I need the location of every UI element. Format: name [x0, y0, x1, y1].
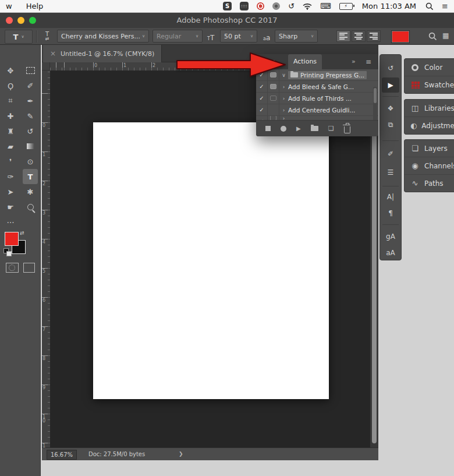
workspace-switcher-icon[interactable]: ▦: [442, 31, 449, 40]
stop-button[interactable]: [265, 126, 271, 131]
font-family-select[interactable]: Cherry and Kisses Pers... ∨: [57, 30, 149, 43]
collapsed-chevron-icon[interactable]: ›: [279, 96, 288, 101]
character-panel-icon[interactable]: A|: [380, 189, 401, 204]
notification-center-icon[interactable]: ≡: [442, 2, 448, 10]
keyboard-icon[interactable]: ⌨: [320, 2, 331, 10]
quick-mask-button[interactable]: [6, 263, 19, 273]
camera-app-icon[interactable]: [272, 2, 280, 10]
zoom-tool[interactable]: [23, 199, 38, 214]
glyphs-panel-icon[interactable]: gA: [380, 229, 401, 244]
rectangular-marquee-tool[interactable]: [23, 63, 38, 78]
delete-button[interactable]: [344, 126, 350, 133]
blur-tool[interactable]: ❜: [3, 154, 18, 169]
app-menu-partial[interactable]: w: [6, 2, 12, 10]
type-color-swatch[interactable]: [391, 30, 410, 43]
actions-panel-icon[interactable]: ▶: [382, 77, 399, 93]
document-tab[interactable]: × Untitled-1 @ 16.7% (CMYK/8): [43, 45, 162, 62]
character-styles-panel-icon[interactable]: aA: [380, 245, 401, 260]
font-style-select[interactable]: Regular ∨: [152, 30, 203, 43]
selected-action-set[interactable]: Printing Prepress G...: [288, 71, 367, 79]
action-row[interactable]: ✓ › Add Bleed & Safe G...: [256, 81, 378, 93]
clone-stamp-tool[interactable]: ♜: [3, 124, 18, 139]
type-tool[interactable]: T: [23, 169, 38, 184]
clone-source-panel-icon[interactable]: ⧉: [380, 117, 401, 132]
search-icon[interactable]: [428, 32, 437, 41]
edit-toolbar-button[interactable]: ⋯: [3, 214, 18, 230]
text-orientation-toggle[interactable]: T ⇄: [41, 30, 54, 43]
skype-icon[interactable]: S: [223, 2, 232, 10]
path-selection-tool[interactable]: ➤: [3, 184, 18, 199]
zoom-level-field[interactable]: 16.67%: [47, 450, 77, 460]
history-brush-tool[interactable]: ↺: [23, 124, 38, 139]
eraser-tool[interactable]: ▰: [3, 139, 18, 154]
align-left-button[interactable]: [336, 30, 350, 42]
panel-menu-icon[interactable]: ≡: [366, 54, 371, 69]
menu-help[interactable]: Help: [26, 2, 44, 10]
panel-tab-swatches[interactable]: Swatches: [405, 76, 454, 93]
default-colors-icon[interactable]: [3, 248, 12, 256]
screen-mode-button[interactable]: [23, 263, 35, 273]
align-right-button[interactable]: [367, 30, 381, 42]
lasso-tool[interactable]: Ϙ: [3, 78, 18, 93]
ruler-origin-corner[interactable]: [42, 62, 50, 70]
panel-tab-libraries[interactable]: ◫ Libraries: [405, 100, 454, 117]
dots-app-icon[interactable]: ∷∷: [240, 2, 249, 10]
battery-icon[interactable]: ⚡: [339, 3, 353, 10]
quick-selection-tool[interactable]: ✐: [23, 78, 38, 93]
hand-tool[interactable]: ☛: [3, 199, 18, 214]
paragraph-panel-icon[interactable]: ¶: [380, 206, 401, 221]
crop-tool[interactable]: ⌗: [3, 93, 18, 108]
time-machine-icon[interactable]: ↺: [288, 2, 295, 10]
play-button[interactable]: ▶: [296, 126, 301, 132]
vertical-ruler[interactable]: 0 1 2 3 4 5 6 7 8 9 10 11: [42, 70, 50, 447]
menubar-clock[interactable]: Mon 11:03 AM: [362, 2, 416, 10]
brush-settings-panel-icon[interactable]: ✐: [380, 146, 401, 161]
action-row[interactable]: ✓ › Add Rule of Thirds ...: [256, 93, 378, 104]
eyedropper-tool[interactable]: ✒: [23, 93, 38, 108]
spot-healing-brush-tool[interactable]: ✚: [3, 108, 18, 124]
gradient-tool[interactable]: [23, 139, 38, 154]
dodge-tool[interactable]: ⊙: [23, 154, 38, 169]
collapse-to-icons-icon[interactable]: »: [352, 54, 356, 69]
foreground-color-swatch[interactable]: [5, 232, 19, 246]
include-checkmark-icon[interactable]: ✓: [256, 81, 268, 92]
panel-tab-adjustments[interactable]: ◐ Adjustments: [405, 117, 454, 134]
dialog-toggle[interactable]: [268, 81, 279, 92]
brush-presets-panel-icon[interactable]: ☰: [380, 165, 401, 180]
record-button[interactable]: [281, 126, 286, 132]
brush-tool[interactable]: ✎: [23, 108, 38, 124]
font-size-select[interactable]: 50 pt ∨: [220, 30, 257, 43]
shape-tool[interactable]: ✱: [23, 184, 38, 199]
panel-tab-color[interactable]: Color: [405, 59, 454, 76]
include-checkmark-icon[interactable]: ✓: [256, 93, 268, 104]
tab-actions[interactable]: Actions: [288, 54, 322, 69]
move-icon: ✥: [8, 66, 14, 75]
include-checkmark-icon[interactable]: ✓: [256, 104, 268, 115]
history-panel-icon[interactable]: ↺: [380, 61, 401, 76]
panel-tab-paths[interactable]: ∿ Paths: [405, 174, 454, 192]
panel-tab-layers[interactable]: ❏ Layers: [405, 140, 454, 157]
record-app-icon[interactable]: [257, 2, 264, 10]
dialog-toggle[interactable]: [268, 93, 279, 104]
tool-preset-picker[interactable]: T ∨: [5, 30, 33, 44]
collapsed-chevron-icon[interactable]: ›: [279, 84, 288, 90]
swap-colors-icon[interactable]: ⇄: [20, 230, 24, 236]
status-chevron-icon[interactable]: ❯: [179, 448, 183, 460]
panel-tab-channels[interactable]: ◉ Channels: [405, 157, 454, 174]
scrollbar-thumb[interactable]: [374, 88, 377, 103]
action-row-partial[interactable]: ✓ ›: [256, 116, 378, 120]
pen-tool[interactable]: ✑: [3, 169, 18, 184]
new-action-button[interactable]: ❏: [328, 125, 334, 132]
actions-scrollbar[interactable]: [373, 87, 377, 120]
align-center-button[interactable]: [352, 30, 366, 42]
move-tool[interactable]: ✥: [3, 63, 18, 78]
spotlight-search-icon[interactable]: [425, 2, 434, 10]
anti-alias-select[interactable]: Sharp ∨: [275, 30, 318, 43]
tool-presets-panel-icon[interactable]: ❖: [380, 101, 401, 116]
wifi-icon[interactable]: [303, 3, 312, 10]
close-tab-icon[interactable]: ×: [50, 50, 56, 58]
dialog-toggle[interactable]: [268, 104, 279, 115]
collapsed-chevron-icon[interactable]: ›: [279, 107, 288, 113]
action-row[interactable]: ✓ › Add Centered Guidli...: [256, 104, 378, 116]
new-set-button[interactable]: [311, 126, 318, 131]
